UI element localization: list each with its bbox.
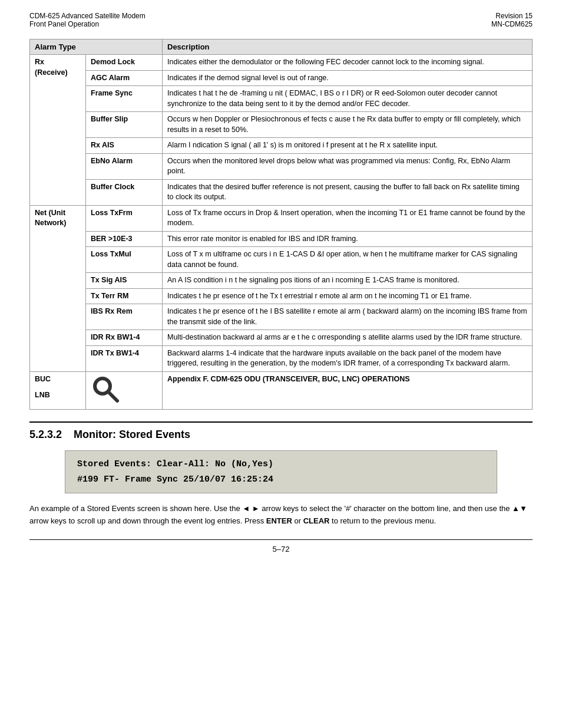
terminal-line2: #199 FT- Frame Sync 25/10/07 16:25:24 (77, 472, 485, 487)
alarm-name-ebno: EbNo Alarm (86, 153, 163, 179)
alarm-name-loss-txfrm: Loss TxFrm (86, 205, 163, 231)
magnify-icon (91, 374, 120, 404)
table-row: AGC Alarm Indicates if the demod signal … (30, 70, 533, 86)
alarm-type-net: Net (UnitNetwork) (30, 205, 86, 371)
lnb-label: LNB (35, 390, 81, 401)
alarm-name-agc: AGC Alarm (86, 70, 163, 86)
buc-label: BUC (35, 374, 81, 385)
table-row: BER >10E-3 This error rate monitor is en… (30, 231, 533, 247)
table-header-row: Alarm Type Description (30, 39, 533, 55)
alarm-desc-frame-sync: Indicates t hat t he de -framing u nit (… (163, 86, 533, 112)
alarm-desc-rx-ais: Alarm I ndication S ignal ( all 1' s) is… (163, 138, 533, 154)
section-title: 5.2.3.2 Monitor: Stored Events (29, 429, 533, 441)
page-header: CDM-625 Advanced Satellite Modem Front P… (29, 12, 533, 28)
alarm-desc-ber: This error rate monitor is enabled for I… (163, 231, 533, 247)
alarm-desc-ebno: Occurs when the monitored level drops be… (163, 153, 533, 179)
alarm-name-buffer-clock: Buffer Clock (86, 179, 163, 205)
table-row: Loss TxMul Loss of T x m ultiframe oc cu… (30, 247, 533, 273)
alarm-name-ibs-rx-rem: IBS Rx Rem (86, 304, 163, 330)
alarm-desc-loss-txmul: Loss of T x m ultiframe oc curs i n E 1-… (163, 247, 533, 273)
header-part-number: MN-CDM625 (491, 20, 533, 28)
alarm-desc-tx-sig-ais: An A IS condition i n t he signaling pos… (163, 273, 533, 289)
table-row: IDR Rx BW1-4 Multi-destination backward … (30, 330, 533, 346)
svg-line-1 (108, 392, 117, 401)
table-row: Frame Sync Indicates t hat t he de -fram… (30, 86, 533, 112)
alarm-desc-loss-txfrm: Loss of Tx frame occurs in Drop & Insert… (163, 205, 533, 231)
alarm-name-buc-icon (86, 371, 163, 410)
header-revision: Revision 15 (491, 12, 533, 20)
table-row: EbNo Alarm Occurs when the monitored lev… (30, 153, 533, 179)
alarm-name-tx-terr-rm: Tx Terr RM (86, 288, 163, 304)
alarm-desc-buffer-clock: Indicates that the desired buffer refere… (163, 179, 533, 205)
alarm-name-idr-tx-bw: IDR Tx BW1-4 (86, 345, 163, 371)
col-header-description: Description (163, 39, 533, 55)
table-row-buc-lnb: BUC LNB Appendix F. CDM-625 ODU (TRANSCE… (30, 371, 533, 410)
alarm-name-tx-sig-ais: Tx Sig AIS (86, 273, 163, 289)
table-row: Tx Sig AIS An A IS condition i n t he si… (30, 273, 533, 289)
header-left: CDM-625 Advanced Satellite Modem Front P… (29, 12, 146, 28)
header-right: Revision 15 MN-CDM625 (491, 12, 533, 28)
alarm-desc-tx-terr-rm: Indicates t he pr esence of t he Tx t er… (163, 288, 533, 304)
alarm-name-rx-ais: Rx AIS (86, 138, 163, 154)
header-subtitle: Front Panel Operation (29, 20, 146, 28)
table-row: Buffer Clock Indicates that the desired … (30, 179, 533, 205)
alarm-name-frame-sync: Frame Sync (86, 86, 163, 112)
alarm-desc-idr-tx-bw: Backward alarms 1-4 indicate that the ha… (163, 345, 533, 371)
alarm-name-idr-rx-bw: IDR Rx BW1-4 (86, 330, 163, 346)
table-row: Rx(Receive) Demod Lock Indicates either … (30, 55, 533, 71)
table-row: IDR Tx BW1-4 Backward alarms 1-4 indicat… (30, 345, 533, 371)
section-divider (29, 421, 533, 423)
alarm-name-ber: BER >10E-3 (86, 231, 163, 247)
table-row: Tx Terr RM Indicates t he pr esence of t… (30, 288, 533, 304)
page-container: CDM-625 Advanced Satellite Modem Front P… (0, 0, 562, 571)
terminal-line1: Stored Events: Clear-All: No (No,Yes) (77, 457, 485, 472)
alarm-desc-buffer-slip: Occurs w hen Doppler or Plesiochronous e… (163, 112, 533, 138)
alarm-table: Alarm Type Description Rx(Receive) Demod… (29, 39, 533, 410)
alarm-type-buc-lnb: BUC LNB (30, 371, 86, 410)
alarm-desc-demod-lock: Indicates either the demodulator or the … (163, 55, 533, 71)
alarm-name-buffer-slip: Buffer Slip (86, 112, 163, 138)
terminal-display: Stored Events: Clear-All: No (No,Yes) #1… (65, 450, 497, 493)
alarm-desc-agc: Indicates if the demod signal level is o… (163, 70, 533, 86)
alarm-type-rx: Rx(Receive) (30, 55, 86, 206)
table-row: Rx AIS Alarm I ndication S ignal ( all 1… (30, 138, 533, 154)
footer-divider (29, 539, 533, 540)
section-description: An example of a Stored Events screen is … (29, 503, 533, 528)
alarm-desc-idr-rx-bw: Multi-destination backward al arms ar e … (163, 330, 533, 346)
header-title: CDM-625 Advanced Satellite Modem (29, 12, 146, 20)
col-header-type: Alarm Type (30, 39, 163, 55)
footer-page-number: 5–72 (29, 545, 533, 554)
alarm-desc-ibs-rx-rem: Indicates t he pr esence of t he I BS sa… (163, 304, 533, 330)
table-row: Buffer Slip Occurs w hen Doppler or Ples… (30, 112, 533, 138)
table-row: IBS Rx Rem Indicates t he pr esence of t… (30, 304, 533, 330)
alarm-name-loss-txmul: Loss TxMul (86, 247, 163, 273)
alarm-desc-buc-appendix: Appendix F. CDM-625 ODU (TRANSCEIVER, BU… (163, 371, 533, 410)
alarm-name-demod-lock: Demod Lock (86, 55, 163, 71)
table-row: Net (UnitNetwork) Loss TxFrm Loss of Tx … (30, 205, 533, 231)
